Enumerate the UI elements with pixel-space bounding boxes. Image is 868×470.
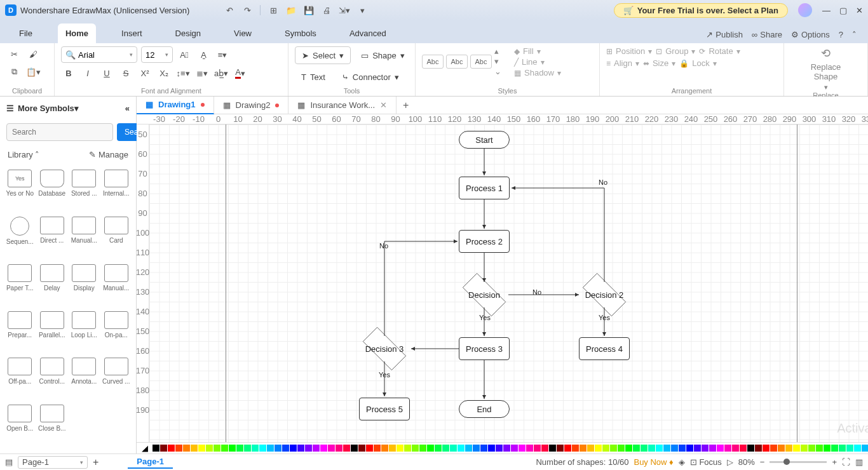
color-swatch[interactable] bbox=[625, 445, 632, 452]
layers-icon[interactable]: ◈ bbox=[679, 457, 685, 467]
color-swatch[interactable] bbox=[732, 445, 739, 452]
color-swatch[interactable] bbox=[244, 445, 251, 452]
print-icon[interactable]: 🖨 bbox=[320, 3, 334, 17]
fit-page-icon[interactable]: ⛶ bbox=[842, 457, 850, 467]
style-up-icon[interactable]: ▴ bbox=[494, 46, 501, 56]
color-swatch[interactable] bbox=[793, 445, 800, 452]
color-swatch[interactable] bbox=[702, 445, 709, 452]
color-swatch[interactable] bbox=[404, 445, 411, 452]
style-expand-icon[interactable]: ⌄ bbox=[494, 67, 501, 76]
close-tab-icon[interactable]: ✕ bbox=[380, 100, 387, 110]
color-swatch[interactable] bbox=[412, 445, 419, 452]
color-swatch[interactable] bbox=[336, 445, 342, 452]
shape-symbol[interactable]: Prepar... bbox=[5, 309, 35, 354]
menu-design[interactable]: Design bbox=[168, 24, 208, 43]
color-swatch[interactable] bbox=[435, 445, 442, 452]
shape-tool[interactable]: ▭Shape▾ bbox=[355, 46, 411, 64]
color-swatch[interactable] bbox=[770, 445, 777, 452]
eyedropper-icon[interactable]: ◢ bbox=[142, 443, 148, 453]
color-swatch[interactable] bbox=[641, 445, 648, 452]
shape-symbol[interactable]: YesYes or No bbox=[5, 167, 35, 213]
color-swatch[interactable] bbox=[473, 445, 480, 452]
color-swatch[interactable] bbox=[328, 445, 335, 452]
color-swatch[interactable] bbox=[854, 445, 861, 452]
share-button[interactable]: ∞Share bbox=[752, 30, 782, 39]
color-swatch[interactable] bbox=[831, 445, 838, 452]
color-swatch[interactable] bbox=[320, 445, 327, 452]
color-swatch[interactable] bbox=[160, 445, 167, 452]
group-button[interactable]: ⊡ Group▾ bbox=[656, 46, 695, 56]
color-swatch[interactable] bbox=[679, 445, 686, 452]
shape-process2[interactable]: Process 2 bbox=[459, 230, 510, 253]
menu-file[interactable]: File bbox=[11, 24, 40, 43]
minimize-icon[interactable]: — bbox=[822, 6, 831, 15]
color-swatch[interactable] bbox=[206, 445, 213, 452]
color-swatch[interactable] bbox=[846, 445, 853, 452]
color-swatch[interactable] bbox=[496, 445, 503, 452]
page-tab[interactable]: Page-1 bbox=[128, 455, 173, 469]
underline-icon[interactable]: U bbox=[99, 65, 114, 81]
color-swatch[interactable] bbox=[488, 445, 495, 452]
zoom-slider[interactable] bbox=[770, 461, 827, 463]
color-swatch[interactable] bbox=[419, 445, 426, 452]
tab-insurance[interactable]: ▦Insurance Work...✕ bbox=[288, 97, 397, 114]
color-swatch[interactable] bbox=[717, 445, 724, 452]
style-preset-1[interactable]: Abc bbox=[422, 55, 444, 69]
lock-button[interactable]: 🔒 Lock▾ bbox=[679, 58, 716, 68]
page-dropdown[interactable]: Page-1▾ bbox=[18, 456, 88, 469]
color-swatch[interactable] bbox=[503, 445, 510, 452]
color-swatch[interactable] bbox=[442, 445, 449, 452]
tab-drawing1[interactable]: ▦Drawing1 bbox=[137, 97, 214, 114]
color-swatch[interactable] bbox=[282, 445, 289, 452]
shape-symbol[interactable]: Control... bbox=[37, 355, 67, 401]
color-swatch[interactable] bbox=[534, 445, 541, 452]
style-preset-2[interactable]: Abc bbox=[446, 55, 468, 69]
menu-insert[interactable]: Insert bbox=[114, 24, 150, 43]
color-swatch[interactable] bbox=[297, 445, 304, 452]
shape-symbol[interactable]: Paper T... bbox=[5, 262, 35, 307]
color-swatch[interactable] bbox=[808, 445, 815, 452]
position-button[interactable]: ⊞ Position▾ bbox=[606, 46, 652, 56]
color-swatch[interactable] bbox=[709, 445, 716, 452]
new-icon[interactable]: ⊞ bbox=[266, 3, 280, 17]
shape-process4[interactable]: Process 4 bbox=[579, 337, 630, 360]
shape-symbol[interactable]: Sequen... bbox=[5, 214, 35, 261]
color-swatch[interactable] bbox=[541, 445, 548, 452]
menu-home[interactable]: Home bbox=[58, 24, 96, 43]
tab-drawing2[interactable]: ▦Drawing2 bbox=[214, 97, 289, 114]
outline-icon[interactable]: ▤ bbox=[5, 457, 13, 467]
shape-process1[interactable]: Process 1 bbox=[459, 177, 510, 199]
shape-process3[interactable]: Process 3 bbox=[459, 337, 510, 360]
shape-symbol[interactable]: Annota... bbox=[69, 355, 99, 401]
publish-button[interactable]: ↗Publish bbox=[706, 30, 743, 39]
color-swatch[interactable] bbox=[519, 445, 526, 452]
symbol-search-input[interactable] bbox=[6, 123, 113, 141]
connector-tool[interactable]: ⤷Connector▾ bbox=[336, 68, 405, 86]
color-swatch[interactable] bbox=[763, 445, 770, 452]
format-painter-icon[interactable]: 🖌 bbox=[25, 46, 41, 62]
shape-symbol[interactable]: Curved ... bbox=[102, 355, 132, 401]
color-swatch[interactable] bbox=[778, 445, 785, 452]
font-color-icon[interactable]: A▾ bbox=[233, 65, 248, 81]
shape-symbol[interactable]: Off-pa... bbox=[5, 355, 35, 401]
cut-icon[interactable]: ✂ bbox=[6, 46, 22, 62]
color-swatch[interactable] bbox=[358, 445, 365, 452]
color-swatch[interactable] bbox=[648, 445, 655, 452]
shape-symbol[interactable]: Open B... bbox=[5, 402, 35, 448]
panel-toggle-icon[interactable]: ▥ bbox=[855, 457, 863, 467]
color-swatch[interactable] bbox=[465, 445, 472, 452]
collapse-panel-icon[interactable]: « bbox=[125, 104, 130, 113]
manage-button[interactable]: ✎ Manage bbox=[89, 150, 128, 159]
hamburger-icon[interactable]: ☰ bbox=[6, 104, 14, 113]
color-swatch[interactable] bbox=[694, 445, 701, 452]
color-swatch[interactable] bbox=[656, 445, 663, 452]
list-icon[interactable]: ≣▾ bbox=[194, 65, 210, 81]
color-swatch[interactable] bbox=[198, 445, 205, 452]
replace-shape-button[interactable]: ⟲ Replace Shape▾ bbox=[807, 46, 845, 91]
italic-icon[interactable]: I bbox=[80, 65, 95, 81]
paste-icon[interactable]: 📋▾ bbox=[25, 64, 41, 79]
color-swatch[interactable] bbox=[549, 445, 556, 452]
color-swatch[interactable] bbox=[839, 445, 846, 452]
color-swatch[interactable] bbox=[389, 445, 396, 452]
color-swatch[interactable] bbox=[153, 445, 159, 452]
